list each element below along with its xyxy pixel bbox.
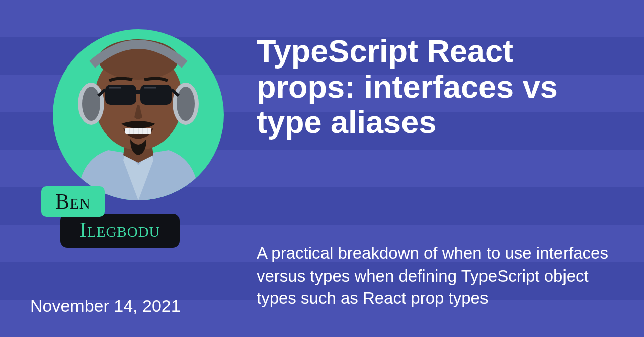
right-column: TypeScript React props: interfaces vs ty… [247,24,614,313]
author-name: Ben Ilegbodu [41,186,180,248]
avatar-illustration [53,29,224,200]
post-title: TypeScript React props: interfaces vs ty… [257,33,614,140]
svg-point-7 [177,87,195,121]
svg-point-5 [82,87,100,121]
left-column: Ben Ilegbodu [30,24,247,313]
post-date: November 14, 2021 [30,296,181,316]
author-last-name: Ilegbodu [60,214,180,248]
post-subtitle: A practical breakdown of when to use int… [257,242,614,310]
card-container: Ben Ilegbodu TypeScript React props: int… [0,0,644,337]
svg-rect-10 [134,90,142,94]
author-first-name: Ben [41,186,105,217]
avatar [53,29,224,200]
avatar-circle [53,29,224,200]
